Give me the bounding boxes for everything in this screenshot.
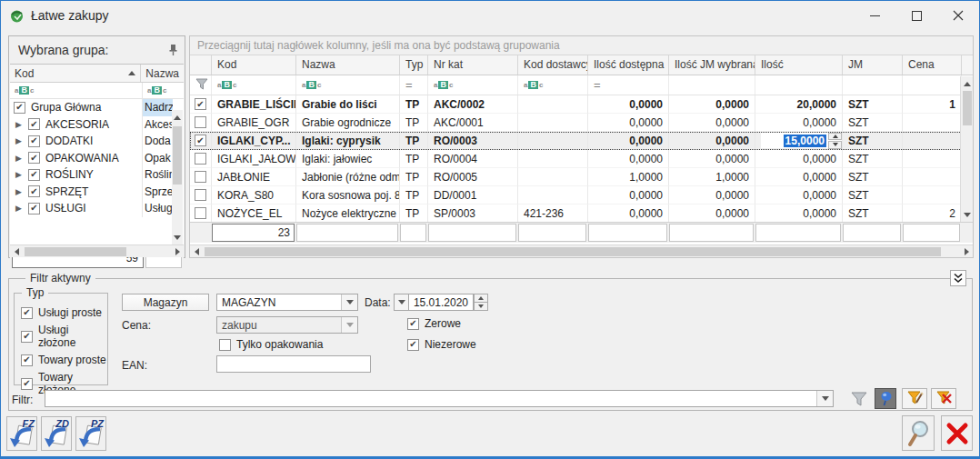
- column-header-jm[interactable]: JM: [843, 55, 903, 75]
- tree-column-nazwa[interactable]: Nazwa: [141, 65, 184, 82]
- column-header-typ[interactable]: Typ: [400, 55, 428, 75]
- pz-button[interactable]: PZ: [75, 416, 106, 451]
- filter-cell-typ[interactable]: =: [400, 75, 428, 95]
- tree-filter-kod[interactable]: aBc: [10, 83, 143, 98]
- zerowe-checkbox[interactable]: Zerowe: [407, 317, 461, 330]
- tree-row[interactable]: ▶USŁUGIUsług: [10, 200, 184, 217]
- pin-icon[interactable]: [167, 44, 179, 56]
- filter-cell-kod_dostawcy[interactable]: aBc: [518, 75, 588, 95]
- expand-icon[interactable]: ▶: [15, 187, 25, 196]
- filter-cell-nr_kat[interactable]: aBc: [428, 75, 518, 95]
- table-row[interactable]: GRABIE_LIŚCIEGrabie do liściTPAKC/00020,…: [190, 95, 973, 114]
- typ-option-checkbox[interactable]: Towary proste: [21, 354, 107, 366]
- tree-column-kod[interactable]: Kod: [10, 65, 141, 82]
- zd-button[interactable]: ZD: [41, 416, 72, 451]
- date-spinner[interactable]: [474, 294, 488, 311]
- filter-cell-cena[interactable]: [903, 75, 962, 95]
- filter-cell-ilosc_jm_wybrana[interactable]: [669, 75, 755, 95]
- chevron-down-icon[interactable]: [341, 294, 357, 310]
- clear-filter-button[interactable]: [931, 388, 956, 409]
- filter-cell-nazwa[interactable]: aBc: [296, 75, 400, 95]
- close-button[interactable]: [937, 1, 979, 30]
- magazyn-combo[interactable]: MAGAZYN: [216, 294, 358, 311]
- scroll-right-icon[interactable]: [961, 246, 972, 257]
- table-row[interactable]: GRABIE_OGRGrabie ogrodniczeTPAKC/00010,0…: [190, 114, 973, 132]
- scroll-up-icon[interactable]: [962, 78, 973, 89]
- expand-icon[interactable]: ▶: [15, 136, 25, 145]
- equals-filter-icon[interactable]: =: [405, 78, 413, 92]
- cena-combo[interactable]: zakupu: [216, 316, 358, 334]
- typ-option-checkbox[interactable]: Usługi złożone: [21, 324, 107, 349]
- checkbox[interactable]: [14, 102, 25, 114]
- column-header-check[interactable]: [190, 55, 212, 75]
- grid-h-scrollbar[interactable]: [190, 244, 973, 257]
- niezerowe-checkbox[interactable]: Niezerowe: [407, 338, 476, 351]
- checkbox[interactable]: [28, 203, 40, 215]
- funnel-icon[interactable]: [195, 78, 208, 93]
- column-header-ilosc_jm_wybrana[interactable]: Ilość JM wybrana: [669, 55, 755, 75]
- abc-filter-icon[interactable]: aBc: [217, 81, 236, 89]
- minimize-button[interactable]: [854, 1, 895, 30]
- spinner-up-button[interactable]: [828, 133, 842, 141]
- expand-icon[interactable]: ▶: [15, 170, 25, 179]
- scrollbar-thumb[interactable]: [963, 91, 972, 125]
- scrollbar-thumb[interactable]: [205, 247, 941, 256]
- row-checkbox[interactable]: [195, 98, 206, 110]
- filter-edit-button[interactable]: [902, 388, 927, 409]
- row-checkbox[interactable]: [195, 153, 206, 165]
- expand-icon[interactable]: ▶: [15, 120, 25, 129]
- filter-pin-button[interactable]: [875, 388, 896, 409]
- tree-row[interactable]: Grupa GłównaNadrz: [10, 99, 184, 116]
- maximize-button[interactable]: [895, 1, 937, 30]
- filter-funnel-button[interactable]: [846, 389, 871, 409]
- checkbox[interactable]: [28, 135, 40, 147]
- scroll-down-icon[interactable]: [962, 209, 973, 220]
- tree-row[interactable]: ▶SPRZĘTSprze: [10, 184, 184, 201]
- ean-field[interactable]: [216, 355, 371, 373]
- quantity-editor[interactable]: 15,0000: [761, 133, 842, 148]
- column-header-kod[interactable]: Kod: [212, 55, 296, 75]
- spinner-down-button[interactable]: [828, 141, 842, 149]
- checkbox[interactable]: [28, 118, 40, 130]
- tree-row[interactable]: ▶ROŚLINYRoślin: [10, 166, 184, 184]
- spinner-down-icon[interactable]: [474, 303, 488, 311]
- column-header-ilosc_dostepna[interactable]: Ilość dostępna: [588, 55, 669, 75]
- collapse-filter-button[interactable]: [950, 270, 966, 286]
- filter-cell-ilosc[interactable]: [755, 75, 843, 95]
- fz-button[interactable]: FZ: [6, 416, 37, 451]
- date-field[interactable]: 15.01.2020: [408, 294, 474, 311]
- expand-icon[interactable]: ▶: [15, 154, 25, 163]
- grid-v-scrollbar[interactable]: [960, 76, 973, 222]
- checkbox[interactable]: [28, 169, 40, 181]
- tylko-opakowania-checkbox[interactable]: Tylko opakowania: [219, 338, 323, 351]
- tree-filter-nazwa[interactable]: aBc: [143, 83, 184, 98]
- filter-cell-jm[interactable]: [843, 75, 903, 95]
- scroll-right-icon[interactable]: [172, 246, 183, 257]
- equals-filter-icon[interactable]: =: [594, 78, 601, 92]
- quantity-spinner[interactable]: [828, 133, 842, 149]
- checkbox[interactable]: [28, 185, 40, 197]
- table-row[interactable]: JABŁONIEJabłonie (różne odm...TPRO/00051…: [190, 168, 973, 186]
- filter-cell-kod[interactable]: aBc: [212, 75, 296, 95]
- tree-row[interactable]: ▶AKCESORIAAkces: [10, 116, 184, 134]
- abc-filter-icon[interactable]: aBc: [524, 81, 543, 89]
- column-header-kod_dostawcy[interactable]: Kod dostawcy: [518, 55, 588, 75]
- abc-filter-icon[interactable]: aBc: [302, 81, 321, 89]
- filtr-combo[interactable]: [45, 390, 834, 407]
- column-header-cena[interactable]: Cena: [903, 55, 962, 75]
- typ-option-checkbox[interactable]: Usługi proste: [21, 306, 107, 319]
- table-row[interactable]: NOŻYCE_ELNożyce elektryczneTPSP/0003421-…: [190, 205, 973, 222]
- chevron-down-icon[interactable]: [816, 391, 833, 406]
- row-checkbox[interactable]: [195, 135, 206, 146]
- tree-row[interactable]: ▶OPAKOWANIAOpak: [10, 150, 184, 167]
- column-header-nr_kat[interactable]: Nr kat: [428, 55, 518, 75]
- expand-icon[interactable]: ▶: [15, 204, 25, 213]
- scroll-up-icon[interactable]: [172, 112, 183, 123]
- row-checkbox[interactable]: [195, 171, 206, 183]
- tree-h-scrollbar[interactable]: [10, 244, 184, 257]
- magazyn-button[interactable]: Magazyn: [122, 294, 209, 311]
- tree-v-scrollbar[interactable]: [172, 110, 183, 244]
- abc-filter-icon[interactable]: aBc: [434, 81, 453, 89]
- column-header-nazwa[interactable]: Nazwa: [296, 55, 400, 75]
- scroll-left-icon[interactable]: [191, 246, 202, 257]
